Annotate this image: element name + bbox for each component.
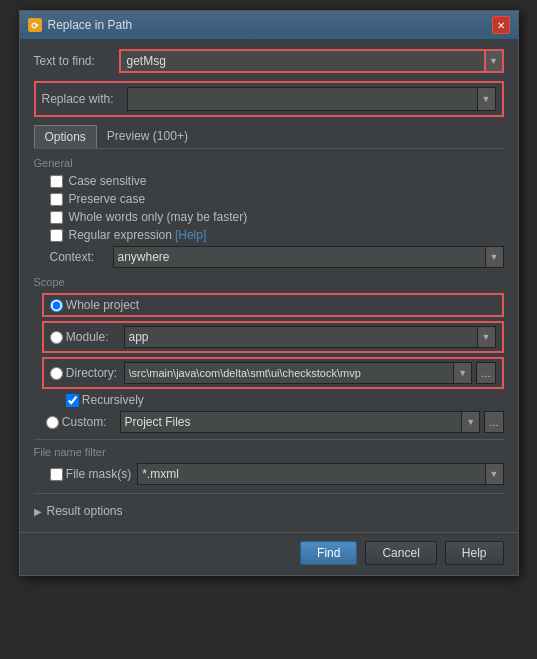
context-row: Context: anywhere in comments in string …: [34, 246, 504, 268]
tabs-row: Options Preview (100+): [34, 125, 504, 149]
file-filter-label: File name filter: [34, 446, 504, 458]
find-button[interactable]: Find: [300, 541, 357, 565]
scope-section-label: Scope: [34, 276, 504, 288]
result-options-row[interactable]: ▶ Result options: [34, 500, 504, 522]
recursively-label: Recursively: [79, 393, 144, 407]
file-mask-combo: ▼: [137, 463, 503, 485]
dialog-content: Text to find: ▼ Replace with: ▼ Options …: [20, 39, 518, 532]
file-mask-checkbox[interactable]: [50, 468, 63, 481]
result-options-label: Result options: [47, 504, 123, 518]
module-row: Module: ▼: [42, 321, 504, 353]
general-section-label: General: [34, 157, 504, 169]
custom-row: Custom: ▼ ...: [34, 411, 504, 433]
tab-preview[interactable]: Preview (100+): [97, 125, 198, 148]
regex-label: Regular expression: [69, 228, 172, 242]
context-arrow[interactable]: ▼: [486, 246, 504, 268]
directory-browse-button[interactable]: ...: [476, 362, 495, 384]
regex-checkbox[interactable]: [50, 229, 63, 242]
custom-combo: ▼ ...: [120, 411, 504, 433]
replace-with-label: Replace with:: [42, 92, 127, 106]
replace-with-row: Replace with: ▼: [34, 81, 504, 117]
preserve-case-row: Preserve case: [34, 192, 504, 206]
replace-with-input[interactable]: [127, 87, 478, 111]
whole-project-row: Whole project: [42, 293, 504, 317]
file-mask-row: File mask(s) ▼: [34, 463, 504, 485]
module-input[interactable]: [124, 326, 478, 348]
module-radio[interactable]: [50, 331, 63, 344]
preserve-case-label: Preserve case: [69, 192, 146, 206]
title-bar: ⟳ Replace in Path ✕: [20, 11, 518, 39]
replace-in-path-dialog: ⟳ Replace in Path ✕ Text to find: ▼ Repl…: [19, 10, 519, 576]
directory-label: Directory:: [63, 366, 118, 380]
whole-words-checkbox[interactable]: [50, 211, 63, 224]
divider-1: [34, 439, 504, 440]
file-mask-label: File mask(s): [63, 467, 132, 481]
whole-project-radio[interactable]: [50, 299, 63, 312]
custom-browse-button[interactable]: ...: [484, 411, 503, 433]
tab-options[interactable]: Options: [34, 125, 97, 148]
whole-words-label: Whole words only (may be faster): [69, 210, 248, 224]
case-sensitive-row: Case sensitive: [34, 174, 504, 188]
result-options-triangle-icon: ▶: [34, 506, 42, 517]
replace-with-arrow[interactable]: ▼: [478, 87, 496, 111]
text-to-find-arrow[interactable]: ▼: [486, 49, 504, 73]
file-filter-section: File name filter File mask(s) ▼: [34, 446, 504, 485]
dialog-icon: ⟳: [28, 18, 42, 32]
recursively-checkbox[interactable]: [66, 394, 79, 407]
replace-with-combo: ▼: [127, 87, 496, 111]
case-sensitive-label: Case sensitive: [69, 174, 147, 188]
directory-radio[interactable]: [50, 367, 63, 380]
context-select[interactable]: anywhere in comments in string literals: [113, 246, 486, 268]
whole-project-label: Whole project: [63, 298, 140, 312]
context-label: Context:: [50, 250, 105, 264]
directory-arrow[interactable]: ▼: [454, 362, 472, 384]
custom-arrow[interactable]: ▼: [462, 411, 480, 433]
case-sensitive-checkbox[interactable]: [50, 175, 63, 188]
module-arrow[interactable]: ▼: [478, 326, 496, 348]
text-to-find-label: Text to find:: [34, 54, 119, 68]
module-combo: ▼: [124, 326, 496, 348]
directory-input[interactable]: [124, 362, 455, 384]
preserve-case-checkbox[interactable]: [50, 193, 63, 206]
context-combo: anywhere in comments in string literals …: [113, 246, 504, 268]
custom-label: Custom:: [59, 415, 114, 429]
dialog-title: Replace in Path: [48, 18, 133, 32]
module-label: Module:: [63, 330, 118, 344]
directory-combo: ▼ ...: [124, 362, 496, 384]
recursively-row: Recursively: [34, 393, 504, 407]
file-mask-input[interactable]: [137, 463, 485, 485]
button-row: Find Cancel Help: [20, 532, 518, 575]
title-bar-left: ⟳ Replace in Path: [28, 18, 133, 32]
whole-words-row: Whole words only (may be faster): [34, 210, 504, 224]
regex-row: Regular expression [Help]: [34, 228, 504, 242]
text-to-find-row: Text to find: ▼: [34, 49, 504, 73]
svg-text:⟳: ⟳: [31, 21, 39, 31]
text-to-find-combo: ▼: [119, 49, 504, 73]
regex-help-link[interactable]: [Help]: [175, 228, 206, 242]
custom-input[interactable]: [120, 411, 463, 433]
close-button[interactable]: ✕: [492, 16, 510, 34]
divider-2: [34, 493, 504, 494]
custom-radio[interactable]: [46, 416, 59, 429]
directory-row: Directory: ▼ ...: [42, 357, 504, 389]
cancel-button[interactable]: Cancel: [365, 541, 436, 565]
help-button[interactable]: Help: [445, 541, 504, 565]
file-mask-arrow[interactable]: ▼: [486, 463, 504, 485]
text-to-find-input[interactable]: [119, 49, 486, 73]
